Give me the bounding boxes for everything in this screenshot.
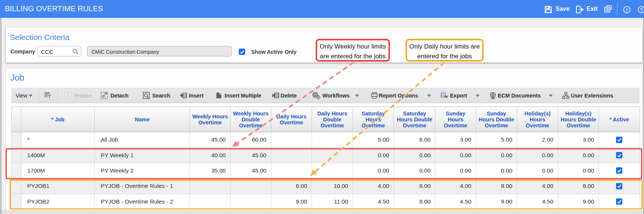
svg-text:?: ?: [640, 7, 643, 13]
svg-text:i: i: [626, 7, 628, 13]
